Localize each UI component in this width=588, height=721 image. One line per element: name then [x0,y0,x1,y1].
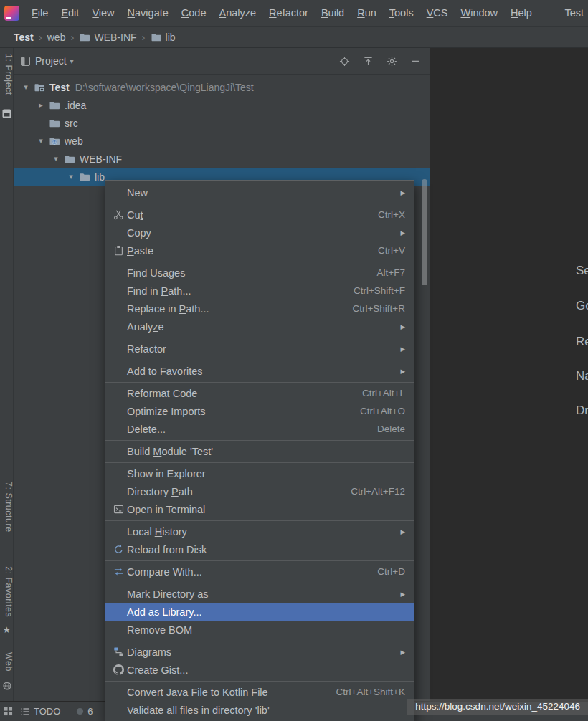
tree-item-icon-wrap [47,100,62,111]
menu-separator [105,641,414,641]
context-menu-item-label: New [127,187,148,199]
tree-item-src[interactable]: src [14,114,430,132]
todo-label: TODO [34,706,60,717]
menu-tools[interactable]: Tools [383,5,420,21]
favorites-star-icon[interactable]: ★ [2,625,11,634]
chevron-expanded-icon[interactable]: ▾ [19,82,32,92]
context-menu-item-build-module-test[interactable]: Build Module 'Test' [105,442,414,460]
context-menu-item-refactor[interactable]: Refactor [105,340,414,358]
github-icon-slot [110,664,127,675]
compare-icon-slot [110,566,127,577]
shortcut-label: Ctrl+Alt+O [360,406,405,416]
tree-item-web[interactable]: ▾web [14,132,430,150]
context-menu-item-local-history[interactable]: Local History [105,522,414,540]
folder-icon [79,171,90,183]
tree-item-web-inf[interactable]: ▾WEB-INF [14,150,430,168]
context-menu-item-label: Refactor [127,343,166,355]
shortcut-label: Ctrl+Shift+R [352,303,405,314]
menu-analyze[interactable]: Analyze [213,5,263,21]
tool-window-button-favorites[interactable]: 2: Favorites [1,566,14,617]
breadcrumb-item-test[interactable]: Test [10,30,37,44]
chevron-expanded-icon[interactable]: ▾ [65,172,77,181]
menu-separator [105,440,414,441]
tool-window-button-structure[interactable]: 7: Structure [1,482,14,533]
context-menu-item-open-in-terminal[interactable]: Open in Terminal [105,500,414,518]
tool-window-button-web[interactable]: Web [1,652,14,672]
menu-refactor[interactable]: Refactor [262,5,315,21]
toolwindow-switcher-icon[interactable] [4,707,13,716]
menu-vcs[interactable]: VCS [420,5,455,21]
context-menu-item-diagrams[interactable]: Diagrams [105,643,414,661]
menu-window[interactable]: Window [454,5,504,21]
context-menu-item-label: Open in Terminal [127,504,205,515]
context-menu-item-find-usages[interactable]: Find UsagesAlt+F7 [105,264,414,282]
project-tree: ▾TestD:\software\workspace\QingLiangJi\T… [14,75,430,186]
menu-file[interactable]: File [25,5,54,21]
context-menu-item-add-as-library[interactable]: Add as Library... [105,603,414,621]
menu-run[interactable]: Run [351,5,383,21]
menu-build[interactable]: Build [315,5,351,21]
context-menu-item-reload-from-disk[interactable]: Reload from Disk [105,540,414,558]
context-menu-item-label: Directory Path [127,486,193,497]
context-menu-item-mark-directory-as[interactable]: Mark Directory as [105,585,414,603]
tree-item-test[interactable]: ▾TestD:\software\workspace\QingLiangJi\T… [14,78,430,96]
context-menu-item-label: Build Module 'Test' [127,446,213,457]
folder-icon [64,153,75,165]
context-menu-item-copy[interactable]: Copy [105,224,414,242]
context-menu-item-replace-in-path[interactable]: Replace in Path...Ctrl+Shift+R [105,300,414,317]
context-menu-item-compare-with[interactable]: Compare With...Ctrl+D [105,563,414,581]
context-menu-item-label: Diagrams [127,646,171,658]
folder-icon [79,32,90,43]
menu-code[interactable]: Code [175,5,213,21]
hide-icon[interactable] [409,55,421,67]
editor-shortcut-hint: Se [576,264,588,278]
context-menu-item-show-in-explorer[interactable]: Show in Explorer [105,464,414,482]
menu-edit[interactable]: Edit [54,5,85,21]
web-globe-icon[interactable] [2,681,11,690]
context-menu-item-label: Cut [127,209,143,221]
chevron-expanded-icon[interactable]: ▾ [34,136,47,145]
menu-navigate[interactable]: Navigate [121,5,175,21]
context-menu-item-paste[interactable]: PasteCtrl+V [105,242,414,259]
context-menu-item-create-gist[interactable]: Create Gist... [105,661,414,679]
context-menu-item-optimize-imports[interactable]: Optimize ImportsCtrl+Alt+O [105,402,414,420]
breadcrumb-item-lib[interactable]: lib [147,30,179,44]
tree-item-idea[interactable]: ▸.idea [14,96,430,114]
context-menu-item-add-to-favorites[interactable]: Add to Favorites [105,362,414,380]
shortcut-label: Delete [377,424,405,434]
context-menu: NewCutCtrl+XCopyPasteCtrl+VFind UsagesAl… [105,180,414,721]
context-menu-item-validate-all-files-in-directory-lib[interactable]: Validate all files in directory 'lib' [105,701,414,719]
tool-window-button-project[interactable]: 1: Project [1,54,14,95]
chevron-expanded-icon[interactable]: ▾ [49,154,62,163]
context-menu-item-remove-bom[interactable]: Remove BOM [105,621,414,639]
context-menu-item-cut[interactable]: CutCtrl+X [105,206,414,224]
locate-icon[interactable] [338,55,350,67]
context-menu-item-find-in-path[interactable]: Find in Path...Ctrl+Shift+F [105,282,414,300]
settings-gear-icon[interactable] [386,55,397,67]
ide-window: FileEditViewNavigateCodeAnalyzeRefactorB… [0,0,588,721]
context-menu-item-convert-java-file-to-kotlin-file[interactable]: Convert Java File to Kotlin FileCtrl+Alt… [105,683,414,701]
collapse-all-icon[interactable] [362,55,374,67]
context-menu-item-new[interactable]: New [105,183,414,201]
breadcrumb-item-web-inf[interactable]: WEB-INF [75,30,140,44]
context-menu-item-delete[interactable]: Delete...Delete [105,420,414,438]
menu-view[interactable]: View [85,5,120,21]
chevron-collapsed-icon[interactable]: ▸ [34,100,47,110]
project-toolwindow-icon[interactable] [2,109,11,118]
menu-separator [105,338,414,338]
context-menu-item-directory-path[interactable]: Directory PathCtrl+Alt+F12 [105,482,414,500]
breadcrumb-label: WEB-INF [94,32,136,43]
todo-panel-button[interactable]: TODO [20,706,60,717]
context-menu-item-reformat-code[interactable]: Reformat CodeCtrl+Alt+L [105,384,414,402]
context-menu-item-label: Find in Path... [127,285,191,297]
vertical-scrollbar[interactable] [422,179,427,285]
tree-item-label: .idea [65,100,86,111]
context-menu-item-analyze[interactable]: Analyze [105,317,414,335]
editor-shortcut-hint: Go [576,299,588,313]
panel-title[interactable]: Project [35,55,67,67]
breadcrumb-item-web[interactable]: web [44,30,70,44]
notification-indicator[interactable]: 6 [76,706,93,717]
chevron-down-icon[interactable]: ▾ [70,57,74,65]
menu-help[interactable]: Help [504,5,539,21]
tree-item-icon-wrap [62,153,77,165]
